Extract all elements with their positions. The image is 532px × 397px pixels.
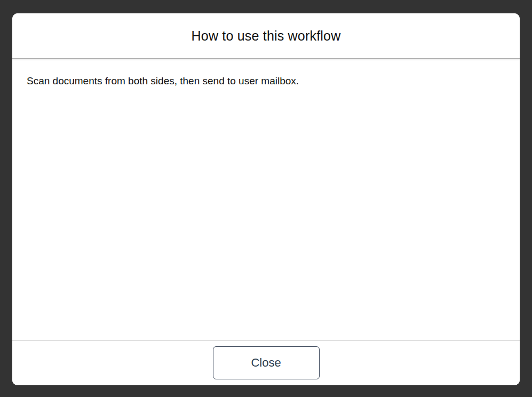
help-dialog: How to use this workflow Scan documents … [12, 13, 520, 385]
dialog-footer: Close [12, 340, 520, 385]
workflow-instructions-text: Scan documents from both sides, then sen… [27, 75, 505, 88]
dialog-title: How to use this workflow [192, 28, 341, 44]
dialog-body: Scan documents from both sides, then sen… [12, 59, 520, 340]
modal-backdrop: How to use this workflow Scan documents … [0, 0, 532, 397]
close-button[interactable]: Close [213, 346, 320, 379]
dialog-header: How to use this workflow [12, 13, 520, 59]
